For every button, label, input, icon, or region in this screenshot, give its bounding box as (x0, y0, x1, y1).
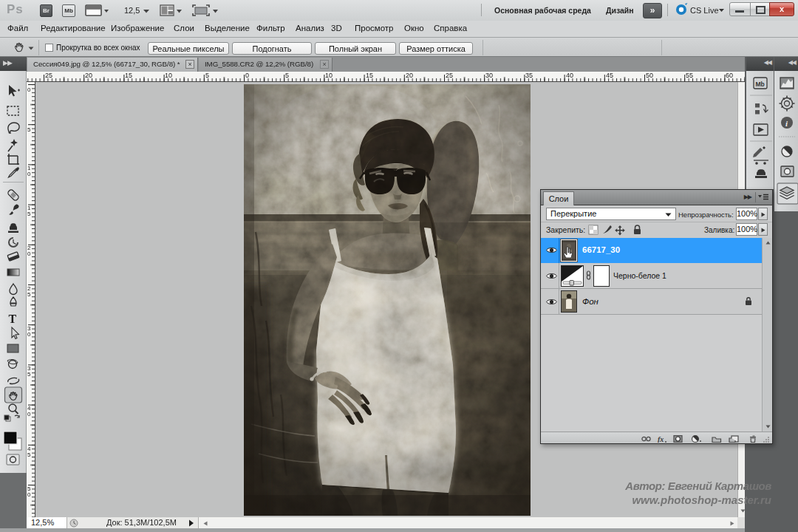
svg-text:0: 0 (27, 331, 31, 338)
svg-text:10: 10 (165, 72, 172, 79)
svg-text:20: 20 (406, 72, 413, 79)
svg-text:55: 55 (686, 72, 693, 79)
svg-text:0: 0 (27, 491, 31, 498)
svg-text:0: 0 (27, 86, 31, 93)
svg-text:5: 5 (27, 291, 31, 298)
svg-text:T: T (9, 313, 17, 325)
svg-text:5: 5 (27, 126, 31, 133)
svg-text:30: 30 (485, 72, 493, 79)
svg-text:15: 15 (125, 72, 132, 79)
svg-text:5: 5 (205, 72, 209, 79)
svg-text:Mb: Mb (756, 81, 765, 88)
svg-text:15: 15 (366, 72, 373, 79)
svg-text:20: 20 (85, 72, 92, 79)
svg-text:60: 60 (726, 72, 733, 79)
svg-text:5: 5 (27, 211, 31, 217)
svg-text:50: 50 (646, 72, 653, 79)
svg-text:0: 0 (27, 411, 31, 417)
svg-text:0: 0 (245, 72, 249, 79)
svg-text:10: 10 (325, 72, 332, 79)
svg-text:25: 25 (45, 72, 52, 79)
svg-text:5: 5 (27, 371, 31, 378)
svg-text:35: 35 (525, 72, 533, 79)
svg-text:40: 40 (566, 72, 573, 79)
svg-text:45: 45 (606, 72, 613, 79)
svg-text:5: 5 (27, 451, 31, 458)
svg-text:25: 25 (446, 72, 453, 79)
svg-text:5: 5 (285, 72, 289, 79)
svg-text:0: 0 (27, 171, 31, 177)
svg-text:fx: fx (658, 435, 664, 443)
svg-text:0: 0 (27, 250, 31, 257)
